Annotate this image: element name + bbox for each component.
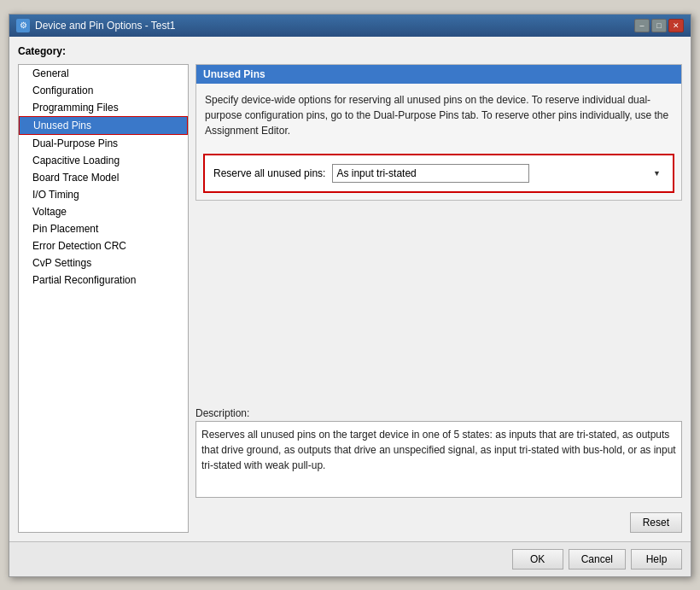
panel-description: Specify device-wide options for reservin… — [205, 94, 668, 137]
sidebar-item-io-timing[interactable]: I/O Timing — [19, 186, 188, 203]
maximize-button[interactable]: □ — [651, 19, 667, 32]
sidebar-item-partial-reconfiguration[interactable]: Partial Reconfiguration — [19, 272, 188, 289]
reserve-row: Reserve all unused pins: As input tri-st… — [203, 154, 674, 193]
close-button[interactable]: ✕ — [668, 19, 684, 32]
sidebar-item-capacitive-loading[interactable]: Capacitive Loading — [19, 152, 188, 169]
description-text — [195, 421, 682, 498]
reserve-select[interactable]: As input tri-statedAs output driving gro… — [332, 164, 529, 183]
bottom-bar: Reset — [195, 507, 682, 533]
title-bar-left: ⚙ Device and Pin Options - Test1 — [16, 19, 176, 32]
sidebar-item-error-detection-crc[interactable]: Error Detection CRC — [19, 237, 188, 254]
description-label: Description: — [195, 406, 682, 421]
reserve-label: Reserve all unused pins: — [213, 167, 325, 179]
sidebar-item-unused-pins[interactable]: Unused Pins — [19, 116, 188, 135]
ok-button[interactable]: OK — [512, 549, 563, 570]
cancel-button[interactable]: Cancel — [569, 549, 626, 570]
footer-buttons: OK Cancel Help — [9, 541, 691, 576]
minimize-button[interactable]: – — [634, 19, 650, 32]
sidebar-item-general[interactable]: General — [19, 65, 188, 82]
category-label: Category: — [18, 45, 682, 57]
window-content: Category: GeneralConfigurationProgrammin… — [9, 37, 691, 541]
reserve-select-wrapper: As input tri-statedAs output driving gro… — [332, 164, 664, 183]
panel-body: Specify device-wide options for reservin… — [196, 84, 681, 147]
help-button[interactable]: Help — [631, 549, 682, 570]
panel-section: Unused Pins Specify device-wide options … — [195, 64, 682, 201]
spacer — [195, 207, 682, 399]
sidebar-item-configuration[interactable]: Configuration — [19, 82, 188, 99]
sidebar-item-cvp-settings[interactable]: CvP Settings — [19, 254, 188, 272]
sidebar-item-programming-files[interactable]: Programming Files — [19, 99, 188, 116]
sidebar: GeneralConfigurationProgramming FilesUnu… — [18, 64, 189, 533]
sidebar-item-dual-purpose-pins[interactable]: Dual-Purpose Pins — [19, 135, 188, 152]
sidebar-item-voltage[interactable]: Voltage — [19, 203, 188, 220]
window-title: Device and Pin Options - Test1 — [35, 20, 176, 32]
window-icon: ⚙ — [16, 19, 30, 32]
right-panel: Unused Pins Specify device-wide options … — [195, 64, 682, 533]
main-area: GeneralConfigurationProgramming FilesUnu… — [18, 64, 682, 533]
title-bar: ⚙ Device and Pin Options - Test1 – □ ✕ — [9, 15, 691, 37]
description-section: Description: — [195, 406, 682, 500]
reset-button[interactable]: Reset — [630, 512, 682, 533]
title-bar-controls: – □ ✕ — [634, 19, 684, 32]
panel-header: Unused Pins — [196, 65, 681, 84]
sidebar-item-pin-placement[interactable]: Pin Placement — [19, 220, 188, 237]
sidebar-item-board-trace-model[interactable]: Board Trace Model — [19, 169, 188, 186]
main-window: ⚙ Device and Pin Options - Test1 – □ ✕ C… — [9, 14, 691, 577]
